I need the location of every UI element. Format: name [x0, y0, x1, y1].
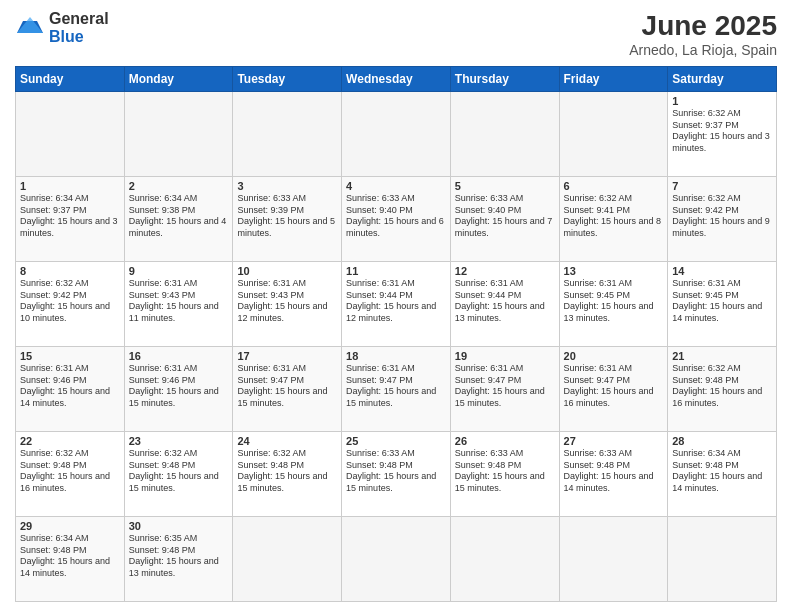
- day-number: 4: [346, 180, 446, 192]
- calendar-cell: [233, 92, 342, 177]
- cell-info: Sunrise: 6:31 AM Sunset: 9:46 PM Dayligh…: [20, 363, 120, 410]
- day-number: 12: [455, 265, 555, 277]
- cell-info: Sunrise: 6:34 AM Sunset: 9:48 PM Dayligh…: [672, 448, 772, 495]
- cell-info: Sunrise: 6:31 AM Sunset: 9:47 PM Dayligh…: [237, 363, 337, 410]
- calendar-cell: [342, 517, 451, 602]
- cell-info: Sunrise: 6:34 AM Sunset: 9:38 PM Dayligh…: [129, 193, 229, 240]
- svg-marker-1: [17, 17, 43, 33]
- day-number: 18: [346, 350, 446, 362]
- calendar-week-1: 1Sunrise: 6:34 AM Sunset: 9:37 PM Daylig…: [16, 177, 777, 262]
- logo-general: General: [49, 10, 109, 28]
- calendar-cell: [559, 517, 668, 602]
- calendar-cell: 13Sunrise: 6:31 AM Sunset: 9:45 PM Dayli…: [559, 262, 668, 347]
- day-number: 1: [672, 95, 772, 107]
- cell-info: Sunrise: 6:31 AM Sunset: 9:47 PM Dayligh…: [455, 363, 555, 410]
- day-number: 11: [346, 265, 446, 277]
- calendar-cell: 16Sunrise: 6:31 AM Sunset: 9:46 PM Dayli…: [124, 347, 233, 432]
- day-number: 24: [237, 435, 337, 447]
- calendar-cell: 19Sunrise: 6:31 AM Sunset: 9:47 PM Dayli…: [450, 347, 559, 432]
- day-number: 21: [672, 350, 772, 362]
- page: General Blue June 2025 Arnedo, La Rioja,…: [0, 0, 792, 612]
- cell-info: Sunrise: 6:33 AM Sunset: 9:48 PM Dayligh…: [346, 448, 446, 495]
- calendar-cell: 26Sunrise: 6:33 AM Sunset: 9:48 PM Dayli…: [450, 432, 559, 517]
- logo-icon: [15, 13, 45, 43]
- cell-info: Sunrise: 6:33 AM Sunset: 9:39 PM Dayligh…: [237, 193, 337, 240]
- calendar-week-0: 1Sunrise: 6:32 AM Sunset: 9:37 PM Daylig…: [16, 92, 777, 177]
- calendar-cell: [124, 92, 233, 177]
- day-number: 28: [672, 435, 772, 447]
- cell-info: Sunrise: 6:32 AM Sunset: 9:37 PM Dayligh…: [672, 108, 772, 155]
- cell-info: Sunrise: 6:32 AM Sunset: 9:48 PM Dayligh…: [672, 363, 772, 410]
- cell-info: Sunrise: 6:33 AM Sunset: 9:48 PM Dayligh…: [564, 448, 664, 495]
- day-number: 17: [237, 350, 337, 362]
- day-number: 10: [237, 265, 337, 277]
- day-number: 5: [455, 180, 555, 192]
- day-number: 13: [564, 265, 664, 277]
- calendar-table: SundayMondayTuesdayWednesdayThursdayFrid…: [15, 66, 777, 602]
- calendar-header-saturday: Saturday: [668, 67, 777, 92]
- calendar-header-wednesday: Wednesday: [342, 67, 451, 92]
- cell-info: Sunrise: 6:32 AM Sunset: 9:48 PM Dayligh…: [20, 448, 120, 495]
- day-number: 9: [129, 265, 229, 277]
- location: Arnedo, La Rioja, Spain: [629, 42, 777, 58]
- calendar-cell: [233, 517, 342, 602]
- day-number: 7: [672, 180, 772, 192]
- cell-info: Sunrise: 6:33 AM Sunset: 9:40 PM Dayligh…: [455, 193, 555, 240]
- day-number: 27: [564, 435, 664, 447]
- calendar-cell: 11Sunrise: 6:31 AM Sunset: 9:44 PM Dayli…: [342, 262, 451, 347]
- calendar-cell: 21Sunrise: 6:32 AM Sunset: 9:48 PM Dayli…: [668, 347, 777, 432]
- calendar-header-monday: Monday: [124, 67, 233, 92]
- day-number: 19: [455, 350, 555, 362]
- calendar-cell: [668, 517, 777, 602]
- cell-info: Sunrise: 6:33 AM Sunset: 9:48 PM Dayligh…: [455, 448, 555, 495]
- day-number: 16: [129, 350, 229, 362]
- day-number: 22: [20, 435, 120, 447]
- cell-info: Sunrise: 6:31 AM Sunset: 9:43 PM Dayligh…: [237, 278, 337, 325]
- calendar-cell: 30Sunrise: 6:35 AM Sunset: 9:48 PM Dayli…: [124, 517, 233, 602]
- calendar-cell: 22Sunrise: 6:32 AM Sunset: 9:48 PM Dayli…: [16, 432, 125, 517]
- cell-info: Sunrise: 6:32 AM Sunset: 9:48 PM Dayligh…: [237, 448, 337, 495]
- day-number: 29: [20, 520, 120, 532]
- calendar-cell: 1Sunrise: 6:34 AM Sunset: 9:37 PM Daylig…: [16, 177, 125, 262]
- cell-info: Sunrise: 6:31 AM Sunset: 9:43 PM Dayligh…: [129, 278, 229, 325]
- title-block: June 2025 Arnedo, La Rioja, Spain: [629, 10, 777, 58]
- cell-info: Sunrise: 6:34 AM Sunset: 9:48 PM Dayligh…: [20, 533, 120, 580]
- calendar-cell: 14Sunrise: 6:31 AM Sunset: 9:45 PM Dayli…: [668, 262, 777, 347]
- day-number: 25: [346, 435, 446, 447]
- calendar-cell: 9Sunrise: 6:31 AM Sunset: 9:43 PM Daylig…: [124, 262, 233, 347]
- calendar-cell: [16, 92, 125, 177]
- calendar-cell: [342, 92, 451, 177]
- calendar-cell: 20Sunrise: 6:31 AM Sunset: 9:47 PM Dayli…: [559, 347, 668, 432]
- calendar-cell: [450, 517, 559, 602]
- calendar-cell: 1Sunrise: 6:32 AM Sunset: 9:37 PM Daylig…: [668, 92, 777, 177]
- calendar-cell: 12Sunrise: 6:31 AM Sunset: 9:44 PM Dayli…: [450, 262, 559, 347]
- day-number: 23: [129, 435, 229, 447]
- calendar-header-thursday: Thursday: [450, 67, 559, 92]
- logo: General Blue: [15, 10, 109, 45]
- month-title: June 2025: [629, 10, 777, 42]
- cell-info: Sunrise: 6:31 AM Sunset: 9:47 PM Dayligh…: [346, 363, 446, 410]
- calendar-cell: 23Sunrise: 6:32 AM Sunset: 9:48 PM Dayli…: [124, 432, 233, 517]
- logo-text: General Blue: [49, 10, 109, 45]
- calendar-header-friday: Friday: [559, 67, 668, 92]
- cell-info: Sunrise: 6:32 AM Sunset: 9:48 PM Dayligh…: [129, 448, 229, 495]
- cell-info: Sunrise: 6:31 AM Sunset: 9:47 PM Dayligh…: [564, 363, 664, 410]
- calendar-cell: [450, 92, 559, 177]
- calendar-cell: 2Sunrise: 6:34 AM Sunset: 9:38 PM Daylig…: [124, 177, 233, 262]
- day-number: 3: [237, 180, 337, 192]
- calendar-cell: 15Sunrise: 6:31 AM Sunset: 9:46 PM Dayli…: [16, 347, 125, 432]
- cell-info: Sunrise: 6:32 AM Sunset: 9:42 PM Dayligh…: [20, 278, 120, 325]
- calendar-header-sunday: Sunday: [16, 67, 125, 92]
- calendar-header-tuesday: Tuesday: [233, 67, 342, 92]
- day-number: 6: [564, 180, 664, 192]
- day-number: 30: [129, 520, 229, 532]
- day-number: 26: [455, 435, 555, 447]
- calendar-cell: [559, 92, 668, 177]
- cell-info: Sunrise: 6:31 AM Sunset: 9:44 PM Dayligh…: [346, 278, 446, 325]
- cell-info: Sunrise: 6:31 AM Sunset: 9:44 PM Dayligh…: [455, 278, 555, 325]
- cell-info: Sunrise: 6:34 AM Sunset: 9:37 PM Dayligh…: [20, 193, 120, 240]
- calendar-week-4: 22Sunrise: 6:32 AM Sunset: 9:48 PM Dayli…: [16, 432, 777, 517]
- calendar-cell: 3Sunrise: 6:33 AM Sunset: 9:39 PM Daylig…: [233, 177, 342, 262]
- calendar-cell: 18Sunrise: 6:31 AM Sunset: 9:47 PM Dayli…: [342, 347, 451, 432]
- day-number: 20: [564, 350, 664, 362]
